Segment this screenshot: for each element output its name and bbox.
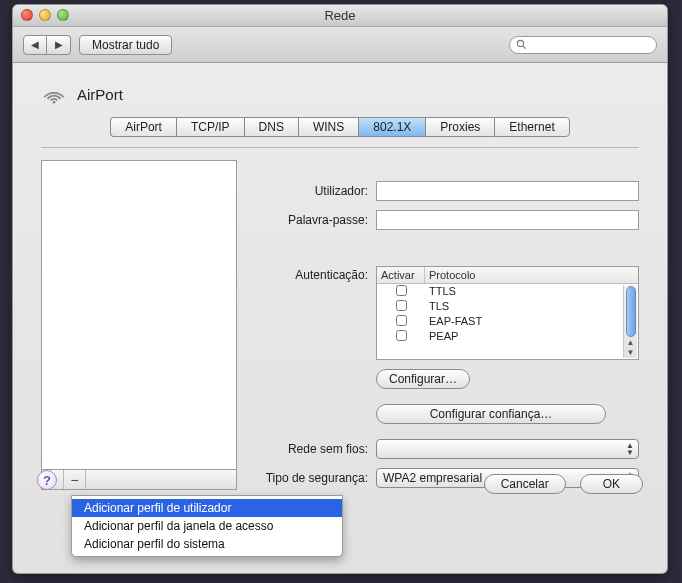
- tab-8021x[interactable]: 802.1X: [358, 117, 425, 137]
- wireless-popup[interactable]: ▲▼: [376, 439, 639, 459]
- tab-bar: AirPort TCP/IP DNS WINS 802.1X Proxies E…: [41, 117, 639, 137]
- preferences-window: Rede ◀ ▶ Mostrar tudo AirPort AirPort TC…: [12, 4, 668, 574]
- auth-col-protocol: Protocolo: [425, 267, 638, 283]
- airport-icon: [41, 81, 67, 107]
- menu-item-loginwindow-profile[interactable]: Adicionar perfil da janela de acesso: [72, 517, 342, 535]
- show-all-button[interactable]: Mostrar tudo: [79, 35, 172, 55]
- auth-row[interactable]: PEAP: [377, 329, 638, 344]
- auth-proto-eapfast: EAP-FAST: [425, 314, 638, 329]
- window-controls: [21, 9, 69, 21]
- zoom-icon[interactable]: [57, 9, 69, 21]
- profiles-column: + −: [41, 160, 237, 490]
- menu-item-system-profile[interactable]: Adicionar perfil do sistema: [72, 535, 342, 553]
- wireless-label: Rede sem fios:: [251, 442, 376, 456]
- security-label: Tipo de segurança:: [251, 471, 376, 485]
- auth-label: Autenticação:: [251, 266, 376, 360]
- tab-wins[interactable]: WINS: [298, 117, 358, 137]
- forward-button[interactable]: ▶: [47, 35, 71, 55]
- profiles-list[interactable]: [41, 160, 237, 470]
- password-label: Palavra-passe:: [251, 213, 376, 227]
- profiles-list-footer: + −: [41, 470, 237, 490]
- configure-button[interactable]: Configurar…: [376, 369, 470, 389]
- scroll-up-icon[interactable]: ▲: [627, 338, 635, 348]
- password-input[interactable]: [376, 210, 639, 230]
- body: AirPort AirPort TCP/IP DNS WINS 802.1X P…: [13, 63, 667, 506]
- help-button[interactable]: ?: [37, 470, 57, 490]
- search-icon: [516, 39, 527, 50]
- close-icon[interactable]: [21, 9, 33, 21]
- tab-dns[interactable]: DNS: [244, 117, 298, 137]
- auth-proto-tls: TLS: [425, 299, 638, 314]
- auth-table-header: Activar Protocolo: [377, 267, 638, 284]
- footer: Cancelar OK: [484, 474, 643, 494]
- auth-check-tls[interactable]: [396, 300, 407, 311]
- auth-col-enable: Activar: [377, 267, 425, 283]
- search-input[interactable]: [531, 39, 650, 51]
- auth-row[interactable]: EAP-FAST: [377, 314, 638, 329]
- minimize-icon[interactable]: [39, 9, 51, 21]
- auth-proto-ttls: TTLS: [425, 284, 638, 299]
- scroll-down-icon[interactable]: ▼: [627, 348, 635, 358]
- auth-scrollbar[interactable]: ▲ ▼: [623, 285, 637, 358]
- nav-segment: ◀ ▶: [23, 35, 71, 55]
- page-title: AirPort: [77, 86, 123, 103]
- auth-check-eapfast[interactable]: [396, 315, 407, 326]
- svg-point-0: [517, 40, 523, 46]
- heading: AirPort: [41, 81, 639, 107]
- auth-table[interactable]: Activar Protocolo TTLS TLS: [376, 266, 639, 360]
- auth-row[interactable]: TLS: [377, 299, 638, 314]
- chevron-updown-icon: ▲▼: [626, 442, 634, 456]
- security-value: WPA2 empresarial: [383, 471, 482, 485]
- toolbar: ◀ ▶ Mostrar tudo: [13, 27, 667, 63]
- user-label: Utilizador:: [251, 184, 376, 198]
- menu-item-user-profile[interactable]: Adicionar perfil de utilizador: [72, 499, 342, 517]
- user-input[interactable]: [376, 181, 639, 201]
- tab-airport[interactable]: AirPort: [110, 117, 176, 137]
- configure-trust-button[interactable]: Configurar confiança…: [376, 404, 606, 424]
- window-title: Rede: [324, 8, 355, 23]
- titlebar: Rede: [13, 5, 667, 27]
- form-column: Utilizador: Palavra-passe: Autenticação:…: [251, 160, 639, 490]
- tab-proxies[interactable]: Proxies: [425, 117, 494, 137]
- auth-proto-peap: PEAP: [425, 329, 638, 344]
- auth-row[interactable]: TTLS: [377, 284, 638, 299]
- auth-check-ttls[interactable]: [396, 285, 407, 296]
- svg-line-1: [523, 46, 526, 49]
- search-field[interactable]: [509, 36, 657, 54]
- pane: + − Utilizador: Palavra-passe: Autentica…: [41, 147, 639, 490]
- scrollbar-thumb[interactable]: [626, 286, 636, 337]
- back-button[interactable]: ◀: [23, 35, 47, 55]
- svg-point-2: [53, 101, 56, 104]
- tab-ethernet[interactable]: Ethernet: [494, 117, 569, 137]
- ok-button[interactable]: OK: [580, 474, 643, 494]
- auth-check-peap[interactable]: [396, 330, 407, 341]
- tab-tcpip[interactable]: TCP/IP: [176, 117, 244, 137]
- add-profile-menu: Adicionar perfil de utilizador Adicionar…: [71, 495, 343, 557]
- remove-profile-button[interactable]: −: [64, 470, 86, 489]
- cancel-button[interactable]: Cancelar: [484, 474, 566, 494]
